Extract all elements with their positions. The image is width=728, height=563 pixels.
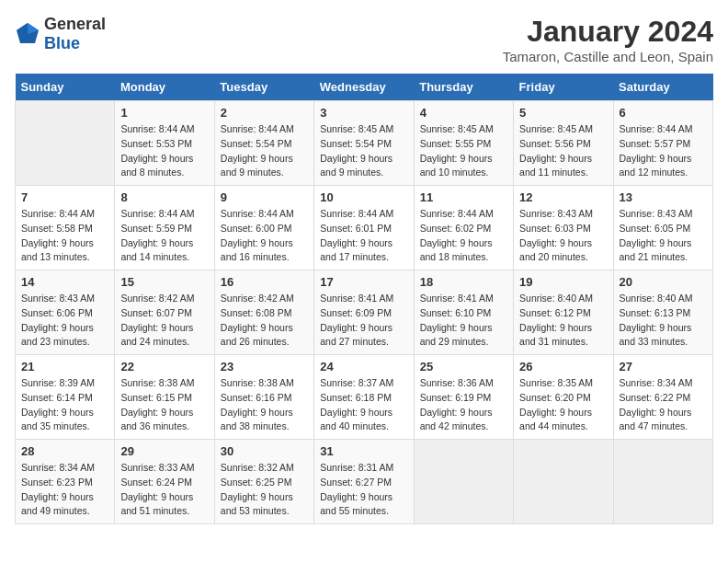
calendar-cell (16, 101, 115, 186)
logo: General Blue (15, 15, 106, 53)
sun-info: Sunrise: 8:43 AMSunset: 6:06 PMDaylight:… (21, 292, 108, 350)
sun-info: Sunrise: 8:34 AMSunset: 6:23 PMDaylight:… (21, 461, 108, 519)
calendar-cell: 25Sunrise: 8:36 AMSunset: 6:19 PMDayligh… (414, 355, 513, 440)
sun-info: Sunrise: 8:45 AMSunset: 5:55 PMDaylight:… (420, 122, 507, 180)
calendar-cell: 7Sunrise: 8:44 AMSunset: 5:58 PMDaylight… (16, 186, 115, 270)
sun-info: Sunrise: 8:35 AMSunset: 6:20 PMDaylight:… (519, 376, 607, 434)
calendar-cell: 4Sunrise: 8:45 AMSunset: 5:55 PMDaylight… (414, 101, 513, 186)
sun-info: Sunrise: 8:38 AMSunset: 6:15 PMDaylight:… (120, 376, 208, 434)
date-number: 23 (221, 360, 308, 373)
date-number: 16 (221, 275, 308, 289)
calendar-week-row: 14Sunrise: 8:43 AMSunset: 6:06 PMDayligh… (16, 270, 713, 355)
date-number: 13 (620, 190, 707, 204)
sun-info: Sunrise: 8:39 AMSunset: 6:14 PMDaylight:… (21, 376, 108, 434)
sun-info: Sunrise: 8:44 AMSunset: 6:00 PMDaylight:… (221, 207, 308, 265)
calendar-header-row: SundayMondayTuesdayWednesdayThursdayFrid… (16, 74, 713, 101)
calendar-cell: 19Sunrise: 8:40 AMSunset: 6:12 PMDayligh… (514, 270, 613, 355)
calendar-cell (613, 440, 712, 524)
sun-info: Sunrise: 8:43 AMSunset: 6:03 PMDaylight:… (519, 207, 607, 265)
calendar-cell: 21Sunrise: 8:39 AMSunset: 6:14 PMDayligh… (16, 355, 115, 440)
calendar-cell: 20Sunrise: 8:40 AMSunset: 6:13 PMDayligh… (613, 270, 712, 355)
logo-general: General (44, 15, 106, 33)
sun-info: Sunrise: 8:42 AMSunset: 6:08 PMDaylight:… (221, 292, 308, 350)
calendar-cell: 24Sunrise: 8:37 AMSunset: 6:18 PMDayligh… (314, 355, 414, 440)
calendar-cell: 15Sunrise: 8:42 AMSunset: 6:07 PMDayligh… (115, 270, 214, 355)
calendar-cell (514, 440, 613, 524)
date-number: 20 (620, 275, 707, 289)
sun-info: Sunrise: 8:38 AMSunset: 6:16 PMDaylight:… (221, 376, 308, 434)
date-number: 8 (120, 190, 208, 204)
sun-info: Sunrise: 8:42 AMSunset: 6:07 PMDaylight:… (120, 292, 208, 350)
logo-text: General Blue (44, 15, 106, 53)
sun-info: Sunrise: 8:41 AMSunset: 6:10 PMDaylight:… (420, 292, 507, 350)
header: General Blue January 2024 Tamaron, Casti… (15, 15, 713, 64)
date-number: 4 (420, 106, 507, 120)
sun-info: Sunrise: 8:36 AMSunset: 6:19 PMDaylight:… (420, 376, 507, 434)
date-number: 1 (120, 106, 208, 120)
calendar-cell: 14Sunrise: 8:43 AMSunset: 6:06 PMDayligh… (16, 270, 115, 355)
date-number: 14 (21, 275, 108, 289)
calendar-cell: 31Sunrise: 8:31 AMSunset: 6:27 PMDayligh… (314, 440, 414, 524)
calendar-week-row: 1Sunrise: 8:44 AMSunset: 5:53 PMDaylight… (16, 101, 713, 186)
calendar-cell: 27Sunrise: 8:34 AMSunset: 6:22 PMDayligh… (613, 355, 712, 440)
calendar-cell: 3Sunrise: 8:45 AMSunset: 5:54 PMDaylight… (314, 101, 414, 186)
calendar-cell: 13Sunrise: 8:43 AMSunset: 6:05 PMDayligh… (613, 186, 712, 270)
date-number: 31 (320, 444, 407, 458)
sun-info: Sunrise: 8:43 AMSunset: 6:05 PMDaylight:… (620, 207, 707, 265)
calendar-cell: 5Sunrise: 8:45 AMSunset: 5:56 PMDaylight… (514, 101, 613, 186)
date-number: 21 (21, 360, 108, 373)
calendar-cell: 11Sunrise: 8:44 AMSunset: 6:02 PMDayligh… (414, 186, 513, 270)
sun-info: Sunrise: 8:41 AMSunset: 6:09 PMDaylight:… (320, 292, 407, 350)
date-number: 10 (320, 190, 407, 204)
date-number: 15 (120, 275, 208, 289)
sun-info: Sunrise: 8:44 AMSunset: 5:57 PMDaylight:… (620, 122, 707, 180)
sun-info: Sunrise: 8:40 AMSunset: 6:13 PMDaylight:… (620, 292, 707, 350)
date-number: 5 (519, 106, 607, 120)
date-number: 26 (519, 360, 607, 373)
date-number: 19 (519, 275, 607, 289)
sun-info: Sunrise: 8:45 AMSunset: 5:54 PMDaylight:… (320, 122, 407, 180)
calendar-cell: 17Sunrise: 8:41 AMSunset: 6:09 PMDayligh… (314, 270, 414, 355)
calendar-week-row: 21Sunrise: 8:39 AMSunset: 6:14 PMDayligh… (16, 355, 713, 440)
calendar-cell: 18Sunrise: 8:41 AMSunset: 6:10 PMDayligh… (414, 270, 513, 355)
calendar-cell: 22Sunrise: 8:38 AMSunset: 6:15 PMDayligh… (115, 355, 214, 440)
date-number: 9 (221, 190, 308, 204)
date-number: 24 (320, 360, 407, 373)
calendar-table: SundayMondayTuesdayWednesdayThursdayFrid… (15, 74, 713, 524)
date-number: 18 (420, 275, 507, 289)
day-header-saturday: Saturday (613, 74, 712, 101)
date-number: 30 (221, 444, 308, 458)
logo-icon (15, 21, 40, 47)
date-number: 25 (420, 360, 507, 373)
calendar-cell: 8Sunrise: 8:44 AMSunset: 5:59 PMDaylight… (115, 186, 214, 270)
sun-info: Sunrise: 8:44 AMSunset: 5:59 PMDaylight:… (120, 207, 208, 265)
date-number: 22 (120, 360, 208, 373)
day-header-thursday: Thursday (414, 74, 513, 101)
sun-info: Sunrise: 8:44 AMSunset: 6:01 PMDaylight:… (320, 207, 407, 265)
date-number: 2 (221, 106, 308, 120)
title-area: January 2024 Tamaron, Castille and Leon,… (503, 15, 713, 64)
main-title: January 2024 (503, 15, 713, 49)
sun-info: Sunrise: 8:33 AMSunset: 6:24 PMDaylight:… (120, 461, 208, 519)
calendar-cell: 10Sunrise: 8:44 AMSunset: 6:01 PMDayligh… (314, 186, 414, 270)
sun-info: Sunrise: 8:31 AMSunset: 6:27 PMDaylight:… (320, 461, 407, 519)
date-number: 17 (320, 275, 407, 289)
day-header-sunday: Sunday (16, 74, 115, 101)
sun-info: Sunrise: 8:37 AMSunset: 6:18 PMDaylight:… (320, 376, 407, 434)
day-header-monday: Monday (115, 74, 214, 101)
day-header-wednesday: Wednesday (314, 74, 414, 101)
sun-info: Sunrise: 8:32 AMSunset: 6:25 PMDaylight:… (221, 461, 308, 519)
date-number: 7 (21, 190, 108, 204)
sun-info: Sunrise: 8:44 AMSunset: 5:58 PMDaylight:… (21, 207, 108, 265)
sun-info: Sunrise: 8:45 AMSunset: 5:56 PMDaylight:… (519, 122, 607, 180)
date-number: 6 (620, 106, 707, 120)
sun-info: Sunrise: 8:44 AMSunset: 6:02 PMDaylight:… (420, 207, 507, 265)
date-number: 28 (21, 444, 108, 458)
subtitle: Tamaron, Castille and Leon, Spain (503, 49, 713, 64)
date-number: 27 (620, 360, 707, 373)
date-number: 29 (120, 444, 208, 458)
day-header-friday: Friday (514, 74, 613, 101)
calendar-week-row: 7Sunrise: 8:44 AMSunset: 5:58 PMDaylight… (16, 186, 713, 270)
day-header-tuesday: Tuesday (214, 74, 313, 101)
sun-info: Sunrise: 8:44 AMSunset: 5:53 PMDaylight:… (120, 122, 208, 180)
